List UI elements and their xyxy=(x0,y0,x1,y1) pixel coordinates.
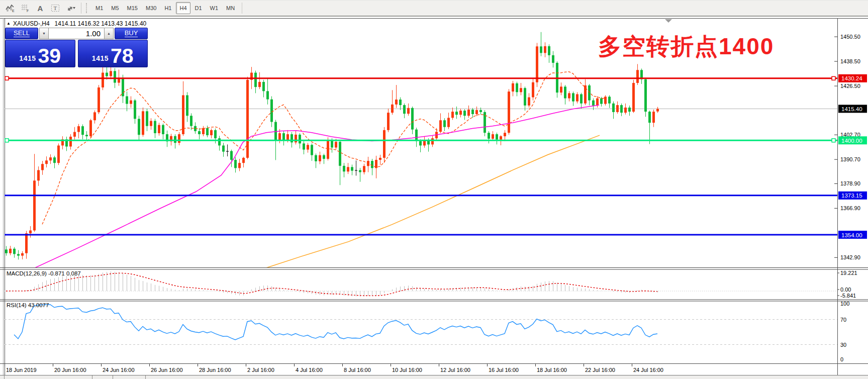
candle-body xyxy=(331,140,333,147)
candle-body xyxy=(459,111,462,115)
hline-anchor[interactable] xyxy=(5,76,9,80)
hline-anchor[interactable] xyxy=(832,76,835,80)
buy-button[interactable]: BUY xyxy=(115,28,148,39)
crosshair-cursor-icon[interactable] xyxy=(63,2,77,15)
timeframe-button-h4[interactable]: H4 xyxy=(176,2,190,14)
time-tick-label: 4 Jul 16:00 xyxy=(296,367,323,373)
one-click-trade-panel: SELL ▼ 1.00 ▲ BUY 1415 39 1415 78 xyxy=(5,28,148,67)
ask-quote-box[interactable]: 1415 78 xyxy=(78,40,148,67)
candle-body xyxy=(496,134,498,140)
candle-body xyxy=(202,128,205,134)
time-tick-label: 18 Jul 16:00 xyxy=(537,367,567,373)
candle-body xyxy=(53,157,56,163)
candle-body xyxy=(419,141,422,146)
indicators-e-icon[interactable]: E xyxy=(3,2,17,15)
candle-body xyxy=(532,82,534,98)
timeframe-button-h1[interactable]: H1 xyxy=(161,2,175,14)
candle-body xyxy=(291,134,293,142)
hline-anchor[interactable] xyxy=(5,139,9,142)
candle-body xyxy=(21,253,24,256)
candle-body xyxy=(206,128,209,135)
candle-body xyxy=(552,55,554,63)
timeframe-button-d1[interactable]: D1 xyxy=(191,2,206,14)
candle-body xyxy=(258,82,261,87)
price-tick-label: 1450.50 xyxy=(840,34,860,40)
candle-body xyxy=(455,112,458,115)
macd-label: MACD(12,26,9) -0.871 0.087 xyxy=(7,270,81,276)
chart-text-annotation[interactable]: 多空转折点1400 xyxy=(598,31,774,62)
timeframe-button-m15[interactable]: M15 xyxy=(124,2,141,14)
price-badge-text: 1400.00 xyxy=(841,138,862,144)
candle-body xyxy=(475,110,478,114)
candle-body xyxy=(41,164,44,170)
candle-body xyxy=(45,160,48,164)
candle-body xyxy=(351,167,353,170)
candle-body xyxy=(636,70,639,83)
candle-body xyxy=(608,97,611,103)
bid-price-big: 39 xyxy=(38,47,61,66)
candle-body xyxy=(162,125,164,134)
candle-body xyxy=(110,71,112,76)
candle-body xyxy=(467,110,470,116)
candle-body xyxy=(138,119,140,135)
candle-body xyxy=(13,249,16,254)
timeframe-button-m5[interactable]: M5 xyxy=(108,2,122,14)
candle-body xyxy=(343,166,345,171)
candle-body xyxy=(77,126,80,132)
grid-f-icon[interactable]: F xyxy=(18,2,32,15)
bid-quote-box[interactable]: 1415 39 xyxy=(5,40,75,67)
candle-body xyxy=(339,142,341,166)
symbol-label: XAUUSD-,H4 xyxy=(13,20,50,27)
toolbar-grip[interactable] xyxy=(86,3,89,13)
time-tick-label: 28 Jun 16:00 xyxy=(199,367,231,373)
price-tick-label: 1378.90 xyxy=(840,180,860,186)
candle-body xyxy=(568,93,570,98)
candle-body xyxy=(73,132,76,137)
volume-decrease-button[interactable]: ▼ xyxy=(39,28,49,39)
candle-body xyxy=(295,135,297,143)
volume-increase-button[interactable]: ▲ xyxy=(104,28,114,39)
text-box-icon[interactable]: T xyxy=(48,2,62,15)
timeframe-button-w1[interactable]: W1 xyxy=(207,2,222,14)
candle-body xyxy=(262,82,265,91)
timeframe-button-m1[interactable]: M1 xyxy=(92,2,107,14)
timeframe-button-m30[interactable]: M30 xyxy=(142,2,160,14)
candle-body xyxy=(254,73,257,87)
candle-body xyxy=(620,105,623,113)
candle-body xyxy=(114,71,116,82)
time-tick-label: 20 Jun 16:00 xyxy=(54,367,86,373)
candle-body xyxy=(548,46,550,55)
candle-body xyxy=(652,112,655,123)
timeframe-bar: M1M5M15M30H1H4D1W1MN xyxy=(92,2,238,14)
candle-body xyxy=(130,101,132,104)
ask-price-big: 78 xyxy=(111,47,134,66)
sell-button[interactable]: SELL xyxy=(5,28,38,39)
collapse-triangle-icon[interactable]: ▲ xyxy=(7,21,11,26)
candle-body xyxy=(327,140,329,159)
candle-body xyxy=(142,111,144,135)
candle-body xyxy=(174,136,176,143)
candle-body xyxy=(411,108,414,130)
current-price-badge-text: 1415.40 xyxy=(841,106,862,112)
candle-body xyxy=(395,100,398,105)
candle-body xyxy=(439,120,442,132)
candle-body xyxy=(242,158,245,163)
volume-input[interactable]: 1.00 xyxy=(49,28,104,39)
time-tick-label: 24 Jul 16:00 xyxy=(633,367,663,373)
candle-body xyxy=(648,112,651,123)
candle-body xyxy=(536,46,538,82)
candle-body xyxy=(226,151,229,151)
hline-anchor[interactable] xyxy=(832,139,835,142)
timeframe-button-mn[interactable]: MN xyxy=(223,2,238,14)
text-label-icon[interactable]: A xyxy=(33,2,47,15)
candle-body xyxy=(270,100,273,122)
macd-scale-label: 0.00 xyxy=(840,287,851,293)
candle-body xyxy=(520,88,522,92)
candle-body xyxy=(266,91,269,99)
candle-body xyxy=(319,155,321,161)
candle-body xyxy=(572,93,574,101)
candle-body xyxy=(311,145,313,155)
mt4-window: E F A T M1M5M15 xyxy=(0,0,868,379)
candle-body xyxy=(488,133,490,139)
candle-body xyxy=(98,87,100,112)
